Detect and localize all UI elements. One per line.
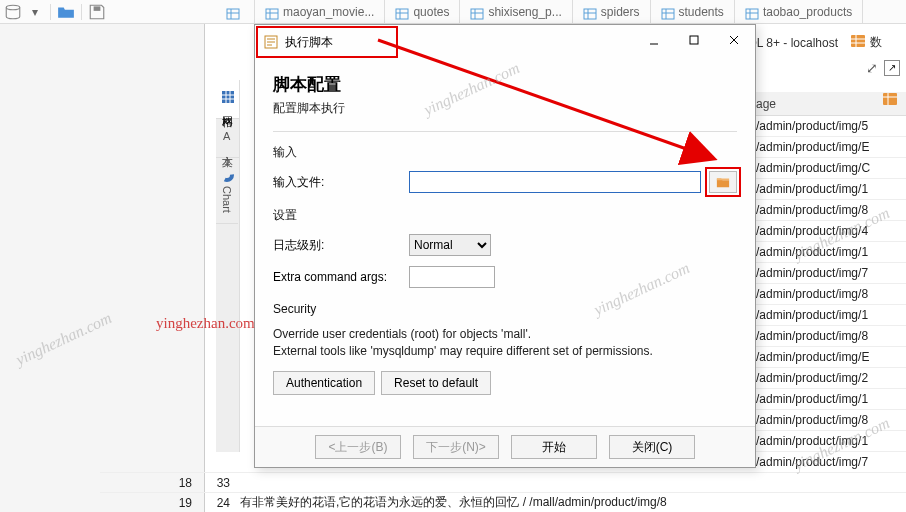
authentication-button[interactable]: Authentication	[273, 371, 375, 395]
editor-tab[interactable]: spiders	[573, 0, 651, 23]
editor-tab[interactable]: quotes	[385, 0, 460, 23]
minimize-button[interactable]	[637, 27, 671, 53]
extra-cmd-field[interactable]	[409, 266, 495, 288]
extra-cmd-row: Extra command args:	[273, 266, 737, 288]
chevron-down-icon[interactable]: ▾	[26, 3, 44, 21]
editor-tab[interactable]: maoyan_movie...	[255, 0, 385, 23]
vtab-chart-label: Chart	[221, 186, 233, 213]
wizard-prev-button[interactable]: <上一步(B)	[315, 435, 401, 459]
tab-label: taobao_products	[763, 5, 852, 19]
table-row[interactable]: /admin/product/img/1	[752, 305, 906, 326]
log-level-label: 日志级别:	[273, 237, 401, 254]
table-row[interactable]: /admin/product/img/1	[752, 389, 906, 410]
editor-tab[interactable]: shixiseng_p...	[460, 0, 572, 23]
log-level-row: 日志级别: Normal	[273, 234, 737, 256]
fullscreen-icon[interactable]	[884, 60, 900, 79]
svg-text:A: A	[223, 130, 231, 142]
table-row[interactable]: /admin/product/img/7	[752, 263, 906, 284]
table-row[interactable]: /admin/product/img/4	[752, 221, 906, 242]
dialog-heading: 脚本配置	[273, 73, 737, 96]
row-txt: 有非常美好的花语,它的花语为永远的爱、永恒的回忆 / /mall/admin/p…	[240, 494, 906, 511]
input-file-label: 输入文件:	[273, 174, 401, 191]
pie-chart-icon	[220, 168, 234, 182]
table-row[interactable]: /admin/product/img/5	[752, 116, 906, 137]
right-label: 数	[870, 34, 882, 51]
close-button[interactable]	[717, 27, 751, 53]
bottom-row-19[interactable]: 19 24 有非常美好的花语,它的花语为永远的爱、永恒的回忆 / /mall/a…	[100, 492, 906, 512]
svg-rect-17	[662, 9, 674, 19]
reset-default-button[interactable]: Reset to default	[381, 371, 491, 395]
input-file-field[interactable]	[409, 171, 701, 193]
row-n: 24	[200, 496, 240, 510]
security-buttons: Authentication Reset to default	[273, 371, 737, 395]
wizard-next-button[interactable]: 下一步(N)>	[413, 435, 499, 459]
table-row[interactable]: /admin/product/img/1	[752, 242, 906, 263]
orange-table-icon	[850, 34, 866, 51]
table-row[interactable]: /admin/product/img/8	[752, 200, 906, 221]
editor-tab[interactable]: taobao_products	[735, 0, 863, 23]
folder-blue-icon[interactable]	[57, 3, 75, 21]
orange-table-icon-2[interactable]	[882, 92, 900, 110]
svg-rect-42	[717, 179, 729, 181]
run-script-dialog: 执行脚本 脚本配置 配置脚本执行 输入 输入文件: 设置 日志级别: Norma…	[254, 24, 756, 468]
browse-file-button[interactable]	[709, 171, 737, 193]
expand-icon[interactable]: ⤢	[866, 60, 878, 79]
svg-rect-5	[266, 9, 278, 19]
tab-label: maoyan_movie...	[283, 5, 374, 19]
tab-label: spiders	[601, 5, 640, 19]
log-level-select[interactable]: Normal	[409, 234, 491, 256]
svg-rect-23	[851, 35, 865, 47]
editor-tab[interactable]: students	[651, 0, 735, 23]
table-icon	[661, 7, 675, 17]
security-note-line1: Override user credentials (root) for obj…	[273, 327, 531, 341]
table-row[interactable]: /admin/product/img/E	[752, 137, 906, 158]
svg-point-36	[222, 170, 232, 180]
table-row[interactable]: /admin/product/img/7	[752, 452, 906, 473]
table-icon	[395, 7, 409, 17]
tab-label: students	[679, 5, 724, 19]
svg-rect-2	[227, 9, 239, 19]
dialog-body: 脚本配置 配置脚本执行 输入 输入文件: 设置 日志级别: Normal Ext…	[255, 63, 755, 426]
save-disk-icon[interactable]	[88, 3, 106, 21]
svg-rect-14	[584, 9, 596, 19]
section-input-label: 输入	[273, 144, 737, 161]
table-row[interactable]: /admin/product/img/8	[752, 410, 906, 431]
wizard-close-button[interactable]: 关闭(C)	[609, 435, 695, 459]
svg-rect-8	[396, 9, 408, 19]
table-row[interactable]: /admin/product/img/E	[752, 347, 906, 368]
vtab-chart[interactable]: Chart	[216, 158, 238, 224]
table-icon	[226, 7, 240, 17]
editor-tab[interactable]	[216, 0, 255, 23]
tab-label: shixiseng_p...	[488, 5, 561, 19]
security-note: Override user credentials (root) for obj…	[273, 326, 737, 361]
extra-cmd-label: Extra command args:	[273, 270, 401, 284]
table-row[interactable]: /admin/product/img/1	[752, 179, 906, 200]
table-row[interactable]: /admin/product/img/1	[752, 431, 906, 452]
table-row[interactable]: /admin/product/img/C	[752, 158, 906, 179]
svg-rect-30	[222, 91, 234, 103]
svg-rect-1	[94, 6, 101, 11]
maximize-button[interactable]	[677, 27, 711, 53]
left-panel	[0, 24, 205, 512]
table-row[interactable]: /admin/product/img/8	[752, 326, 906, 347]
section-security-label: Security	[273, 302, 737, 316]
vtab-grid[interactable]: 网格	[216, 80, 239, 119]
wizard-start-button[interactable]: 开始	[511, 435, 597, 459]
svg-rect-11	[471, 9, 483, 19]
db-icon[interactable]	[4, 3, 22, 21]
security-note-line2: External tools like 'mysqldump' may requ…	[273, 344, 653, 358]
bottom-row-18[interactable]: 18 33	[100, 472, 906, 492]
dialog-titlebar	[255, 25, 755, 55]
table-icon	[583, 7, 597, 17]
row-n: 33	[200, 476, 240, 490]
svg-point-0	[6, 5, 20, 10]
table-row[interactable]: /admin/product/img/2	[752, 368, 906, 389]
editor-tabs: maoyan_movie...quotesshixiseng_p...spide…	[216, 0, 906, 24]
wizard-button-bar: <上一步(B) 下一步(N)> 开始 关闭(C)	[255, 426, 755, 467]
table-row[interactable]: /admin/product/img/8	[752, 284, 906, 305]
table-icon	[745, 7, 759, 17]
vtab-text[interactable]: A 文本	[216, 119, 239, 158]
vertical-tabs: 网格 A 文本 Chart	[216, 80, 240, 452]
grid-icon	[221, 90, 235, 104]
svg-rect-27	[883, 93, 897, 105]
